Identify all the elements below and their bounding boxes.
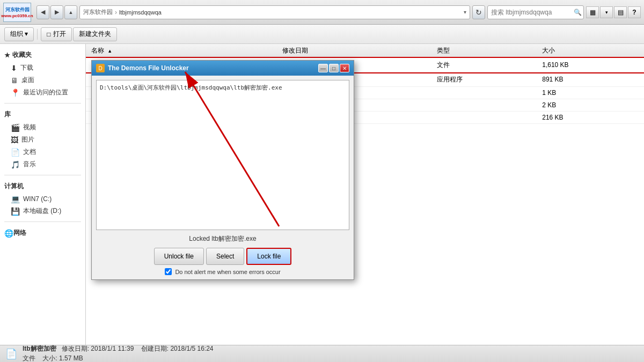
sidebar-item-recent[interactable]: 📍 最近访问的位置 — [0, 86, 85, 99]
sidebar-item-download[interactable]: ⬇ 下载 — [0, 62, 85, 74]
view-controls: ▦ ▾ ▤ ? — [586, 6, 641, 18]
help-btn[interactable]: ? — [628, 6, 641, 18]
col-date[interactable]: 修改日期 — [277, 44, 431, 58]
sidebar-c-drive-label: WIN7 (C:) — [23, 195, 52, 203]
toolbar-sep-1 — [37, 29, 38, 40]
dialog-checkbox-row: Do not alert me when some errors occur — [96, 268, 349, 275]
dialog-title: The Demons File Unlocker — [108, 64, 315, 72]
lock-file-button[interactable]: Lock file — [246, 248, 291, 265]
dialog-app-icon: D — [96, 64, 105, 72]
download-icon: ⬇ — [11, 64, 17, 72]
address-current: ltbjmjmsdqqwqa — [119, 9, 162, 16]
status-name-bold: ltb解密加密 — [23, 345, 56, 352]
col-size[interactable]: 大小 — [537, 44, 644, 58]
sidebar-item-documents[interactable]: 📄 文档 — [0, 146, 85, 158]
status-filename: ltb解密加密 修改日期: 2018/1/1 11:39 创建日期: 2018/… — [23, 344, 214, 353]
sidebar-sep-1 — [4, 103, 81, 104]
library-label: 库 — [4, 110, 11, 119]
search-input[interactable] — [491, 9, 572, 16]
sidebar-header-library[interactable]: 库 — [0, 108, 85, 121]
network-label: 网络 — [13, 228, 26, 238]
main-layout: ★ 收藏夹 ⬇ 下载 🖥 桌面 📍 最近访问的位置 库 🎬 视频 — [0, 44, 644, 345]
address-dropdown-icon[interactable]: ▾ — [464, 9, 466, 15]
search-icon[interactable]: 🔍 — [574, 7, 582, 18]
status-text-block: ltb解密加密 修改日期: 2018/1/1 11:39 创建日期: 2018/… — [23, 344, 214, 362]
file-type-cell — [431, 87, 537, 99]
dialog-titlebar: D The Demons File Unlocker — □ ✕ — [92, 61, 354, 76]
sidebar-favorites-label: 收藏夹 — [12, 50, 32, 60]
logo-line2: www.pc0359.cn — [1, 13, 33, 18]
view-btn-1[interactable]: ▦ — [586, 6, 599, 18]
refresh-button[interactable]: ↻ — [472, 5, 485, 19]
nav-arrows: ◀ ▶ ▲ — [36, 5, 77, 19]
file-size-cell: 2 KB — [537, 99, 644, 112]
search-box[interactable]: 🔍 — [487, 5, 584, 19]
open-label: 打开 — [53, 29, 66, 39]
sidebar-section-network: 🌐 网络 — [0, 224, 85, 242]
file-size-cell: 216 KB — [537, 112, 644, 124]
sidebar-sep-2 — [4, 175, 81, 175]
music-icon: 🎵 — [11, 160, 20, 169]
sidebar-section-library: 库 🎬 视频 🖼 图片 📄 文档 🎵 音乐 — [0, 106, 85, 173]
status-size: 大小: 1.57 MB — [42, 354, 83, 362]
open-button[interactable]: □ 打开 — [41, 27, 71, 41]
sidebar-item-pictures[interactable]: 🖼 图片 — [0, 134, 85, 146]
col-name[interactable]: 名称 ▲ — [86, 44, 277, 58]
dialog-close-button[interactable]: ✕ — [340, 64, 349, 72]
sidebar-pictures-label: 图片 — [21, 135, 34, 144]
status-meta: 文件 大小: 1.57 MB — [23, 354, 214, 362]
sidebar-documents-label: 文档 — [23, 147, 36, 157]
no-alert-label: Do not alert me when some errors occur — [175, 269, 280, 275]
address-bar[interactable]: 河东软件园 › ltbjmjmsdqqwqa ▾ — [79, 5, 470, 19]
file-size-cell: 1,610 KB — [537, 58, 644, 72]
status-bar: 📄 ltb解密加密 修改日期: 2018/1/1 11:39 创建日期: 201… — [0, 345, 644, 362]
view-btn-dropdown[interactable]: ▾ — [600, 6, 613, 18]
select-button[interactable]: Select — [206, 248, 244, 265]
view-btn-2[interactable]: ▤ — [614, 6, 627, 18]
file-unlocker-dialog: D The Demons File Unlocker — □ ✕ D:\tool… — [91, 60, 354, 280]
file-type-cell — [431, 112, 537, 124]
new-folder-button[interactable]: 新建文件夹 — [73, 27, 117, 41]
unlock-file-button[interactable]: Unlock file — [154, 248, 204, 265]
sidebar-item-desktop[interactable]: 🖥 桌面 — [0, 74, 85, 86]
sidebar-item-c-drive[interactable]: 💻 WIN7 (C:) — [0, 193, 85, 205]
dialog-button-row: Unlock file Select Lock file — [96, 248, 349, 265]
dialog-status: Locked ltb解密加密.exe — [96, 233, 349, 245]
content-area: 名称 ▲ 修改日期 类型 大小 📄 ltb解密加密 2018/1/1 11:39… — [86, 44, 644, 345]
forward-button[interactable]: ▶ — [50, 5, 63, 19]
no-alert-checkbox[interactable] — [165, 268, 172, 275]
file-size-cell: 891 KB — [537, 72, 644, 87]
top-bar: 河东软件园 www.pc0359.cn ◀ ▶ ▲ 河东软件园 › ltbjmj… — [0, 0, 644, 25]
status-type: 文件 — [23, 354, 35, 362]
dialog-restore-button[interactable]: □ — [329, 64, 339, 72]
status-file-icon: 📄 — [5, 348, 17, 360]
col-type[interactable]: 类型 — [431, 44, 537, 58]
desktop-icon: 🖥 — [11, 76, 18, 85]
dialog-file-path-display: D:\tools\桌面\河东软件园\ltbjmjmsdqqwqa\ltb解密加密… — [96, 80, 349, 230]
sidebar: ★ 收藏夹 ⬇ 下载 🖥 桌面 📍 最近访问的位置 库 🎬 视频 — [0, 44, 86, 345]
organize-label: 组织 ▾ — [10, 29, 28, 39]
sidebar-d-drive-label: 本地磁盘 (D:) — [23, 206, 61, 216]
dialog-minimize-button[interactable]: — — [318, 64, 328, 72]
back-button[interactable]: ◀ — [36, 5, 49, 19]
organize-button[interactable]: 组织 ▾ — [4, 27, 34, 41]
open-icon: □ — [47, 31, 50, 38]
address-breadcrumb-home: 河东软件园 — [83, 8, 113, 16]
star-icon: ★ — [4, 51, 10, 59]
file-type-cell: 应用程序 — [431, 72, 537, 87]
status-line2: 创建日期: 2018/1/5 16:24 — [141, 345, 214, 352]
sidebar-desktop-label: 桌面 — [21, 76, 34, 85]
sidebar-download-label: 下载 — [20, 63, 33, 72]
sidebar-header-favorites[interactable]: ★ 收藏夹 — [0, 48, 85, 62]
sidebar-item-video[interactable]: 🎬 视频 — [0, 121, 85, 134]
recent-icon: 📍 — [11, 88, 20, 97]
sidebar-music-label: 音乐 — [23, 160, 36, 169]
sidebar-header-network[interactable]: 🌐 网络 — [0, 226, 85, 240]
logo-area: 河东软件园 www.pc0359.cn — [3, 3, 31, 22]
sidebar-item-d-drive[interactable]: 💾 本地磁盘 (D:) — [0, 205, 85, 217]
dialog-icon-label: D — [98, 65, 102, 71]
up-button[interactable]: ▲ — [64, 5, 77, 19]
sidebar-header-computer[interactable]: 计算机 — [0, 180, 85, 193]
dialog-body: D:\tools\桌面\河东软件园\ltbjmjmsdqqwqa\ltb解密加密… — [92, 76, 354, 279]
sidebar-item-music[interactable]: 🎵 音乐 — [0, 158, 85, 171]
